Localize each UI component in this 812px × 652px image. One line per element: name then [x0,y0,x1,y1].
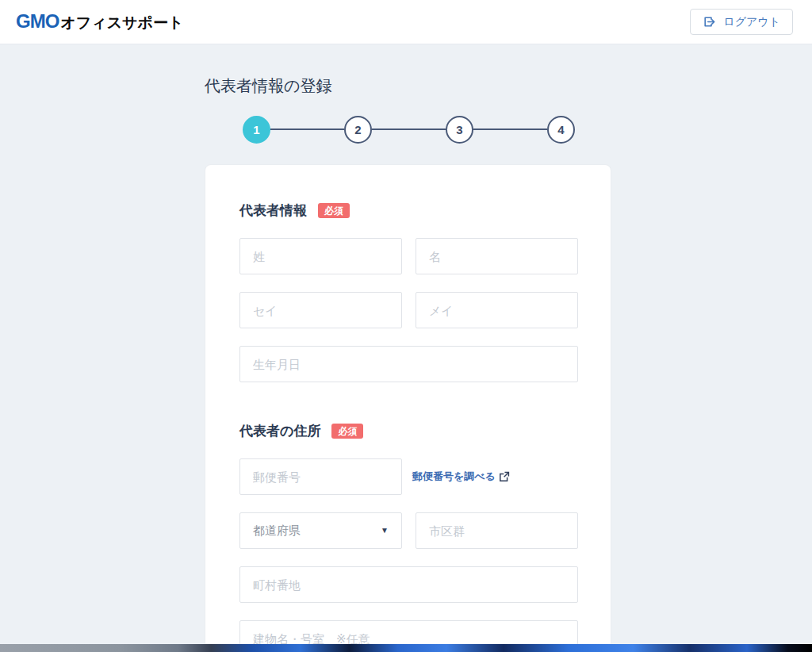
step-4-circle: 4 [547,116,575,144]
app-header: GMO オフィスサポート ログアウト [0,0,812,44]
first-name-kana-input[interactable] [416,292,578,328]
prefecture-select[interactable]: 都道府県 ▼ [239,512,402,549]
address-title: 代表者の住所 [239,422,320,440]
street-input[interactable] [239,566,578,603]
registration-page: 代表者情報の登録 1 2 3 4 代表者情報 必須 代表者の住所 必須 [205,75,611,652]
required-badge: 必須 [331,424,363,439]
logo-product-text: オフィスサポート [60,13,183,33]
street-row [239,566,578,603]
postal-lookup-label: 郵便番号を調べる [412,470,496,484]
postal-code-row: 郵便番号を調べる [239,458,578,495]
name-row [239,238,578,274]
required-badge: 必須 [318,203,350,218]
external-link-icon [499,471,510,482]
step-2-circle: 2 [344,116,372,144]
postal-code-input[interactable] [239,458,402,495]
kana-row [239,292,578,328]
representative-info-heading: 代表者情報 必須 [239,201,578,220]
representative-info-title: 代表者情報 [239,201,307,220]
birthdate-input[interactable] [239,346,578,382]
step-connector-2 [372,128,446,130]
last-name-kana-input[interactable] [239,292,402,328]
postal-lookup-link[interactable]: 郵便番号を調べる [412,470,510,484]
address-heading: 代表者の住所 必須 [239,422,578,440]
step-connector-1 [270,128,344,130]
step-connector-3 [473,128,547,130]
logout-button[interactable]: ログアウト [690,9,793,35]
prefecture-select-value: 都道府県 [253,524,301,539]
birthdate-row [239,346,578,382]
logout-icon [703,15,716,29]
first-name-input[interactable] [416,238,578,274]
stepper: 1 2 3 4 [205,115,611,144]
step-3-circle: 3 [446,116,473,144]
prefecture-city-row: 都道府県 ▼ [239,512,578,549]
logout-label: ログアウト [723,15,780,29]
step-1-circle: 1 [243,116,270,144]
desktop-wallpaper-strip [0,644,812,652]
last-name-input[interactable] [239,238,402,274]
gmo-office-support-logo: GMO オフィスサポート [16,10,183,33]
chevron-down-icon: ▼ [381,527,389,535]
registration-form-card: 代表者情報 必須 代表者の住所 必須 郵便番号を調べる [205,164,611,652]
city-input[interactable] [416,512,578,549]
logo-brand-text: GMO [16,10,59,33]
page-title: 代表者情報の登録 [205,75,611,97]
